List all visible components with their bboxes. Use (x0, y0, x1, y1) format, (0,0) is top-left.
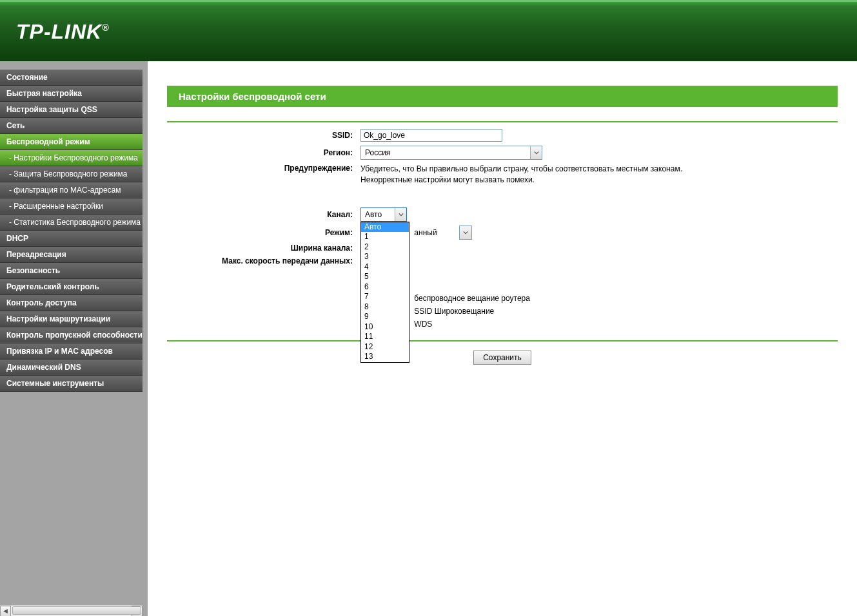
save-button[interactable]: Сохранить (473, 351, 531, 365)
mode-value-suffix: анный (414, 228, 437, 237)
chevron-down-icon (530, 146, 542, 159)
wds-label: WDS (414, 320, 432, 329)
ssid-input[interactable] (360, 129, 502, 142)
sidebar-item[interactable]: Беспроводной режим (0, 134, 143, 150)
channel-option[interactable]: 1 (361, 232, 409, 242)
scroll-left-arrow[interactable]: ◀ (0, 606, 11, 617)
channel-label: Канал: (167, 210, 360, 219)
channel-dropdown[interactable]: Авто12345678910111213 (360, 222, 409, 363)
sidebar-item[interactable]: DHCP (0, 231, 143, 247)
sidebar-item[interactable]: - Расширенные настройки (0, 198, 143, 215)
ssid-label: SSID: (167, 131, 360, 140)
channel-option[interactable]: 3 (361, 252, 409, 262)
sidebar-item[interactable]: Безопасность (0, 263, 143, 279)
sidebar-item[interactable]: - Статистика Беспроводного режима (0, 215, 143, 231)
channel-option[interactable]: 2 (361, 242, 409, 253)
sidebar-item[interactable]: Настройка защиты QSS (0, 102, 143, 118)
scroll-thumb[interactable] (12, 606, 141, 615)
sidebar-item[interactable]: - Настройки Беспроводного режима (0, 150, 143, 166)
channel-option[interactable]: 7 (361, 292, 409, 302)
warning-text: Убедитесь, что Вы правильно выбрали стра… (360, 164, 838, 186)
channel-option[interactable]: 6 (361, 282, 409, 293)
channel-option[interactable]: 11 (361, 332, 409, 342)
channel-option[interactable]: 4 (361, 262, 409, 273)
channel-option[interactable]: 8 (361, 302, 409, 313)
sidebar-item[interactable]: Системные инструменты (0, 376, 143, 392)
sidebar-item[interactable]: Родительский контроль (0, 279, 143, 295)
header: TP-LINK® (0, 0, 857, 61)
sidebar-item[interactable]: - Защита Беспроводного режима (0, 166, 143, 182)
mode-select-arrow[interactable] (459, 226, 472, 240)
sidebar-item[interactable]: Контроль пропускной способности (0, 327, 143, 343)
sidebar-item[interactable]: Привязка IP и MAC адресов (0, 343, 143, 360)
ssid-broadcast-label: SSID Широковещание (414, 307, 494, 316)
region-select[interactable]: Россия (360, 146, 542, 160)
broadcast-label: беспроводное вещание роутера (414, 294, 530, 303)
channel-option[interactable]: Авто (361, 222, 409, 233)
sidebar-item[interactable]: Контроль доступа (0, 295, 143, 311)
sidebar-item[interactable]: Состояние (0, 70, 143, 86)
sidebar-item[interactable]: - фильтрация по MAC-адресам (0, 182, 143, 198)
mode-label: Режим: (167, 228, 360, 237)
horizontal-scrollbar[interactable]: ◀ ▶ (0, 605, 143, 616)
channel-select[interactable]: Авто (360, 207, 407, 222)
sidebar-item[interactable]: Переадресация (0, 247, 143, 263)
channel-option[interactable]: 5 (361, 272, 409, 282)
brand-logo: TP-LINK® (16, 20, 110, 44)
sidebar-item[interactable]: Быстрая настройка (0, 86, 143, 102)
region-label: Регион: (167, 148, 360, 157)
sidebar-item[interactable]: Динамический DNS (0, 360, 143, 376)
sidebar: СостояниеБыстрая настройкаНастройка защи… (0, 61, 143, 616)
sidebar-item[interactable]: Сеть (0, 118, 143, 134)
channel-option[interactable]: 13 (361, 352, 409, 362)
max-speed-label: Макс. скорость передачи данных: (167, 256, 360, 265)
channel-width-label: Ширина канала: (167, 244, 360, 253)
sidebar-item[interactable]: Настройки маршрутизации (0, 311, 143, 327)
page-title: Настройки беспроводной сети (167, 86, 838, 107)
warning-label: Предупреждение: (167, 164, 360, 173)
channel-option[interactable]: 10 (361, 322, 409, 332)
content-area: Настройки беспроводной сети SSID: Регион… (148, 61, 857, 616)
chevron-down-icon (460, 226, 471, 239)
channel-option[interactable]: 12 (361, 342, 409, 352)
channel-option[interactable]: 9 (361, 312, 409, 322)
chevron-down-icon (395, 208, 406, 221)
